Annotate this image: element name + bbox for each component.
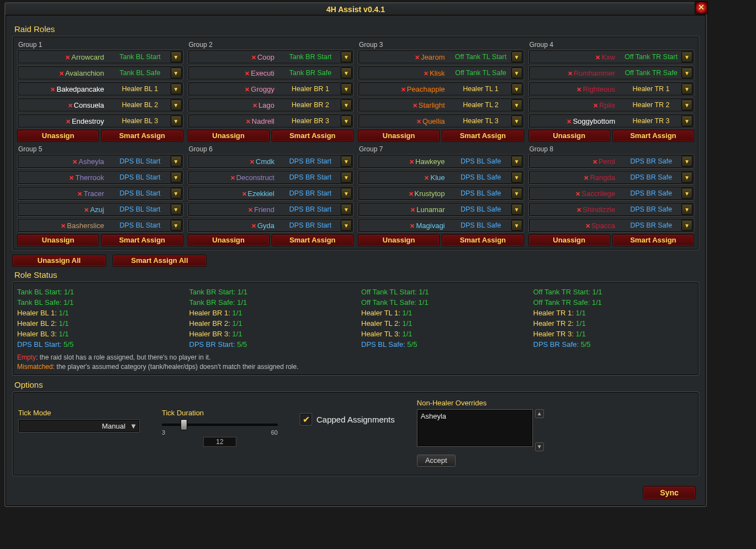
remove-icon[interactable]: ✕ (251, 54, 256, 61)
role-dropdown[interactable]: ▼ (681, 115, 692, 126)
smart-assign-button[interactable]: Smart Assign (272, 130, 353, 142)
remove-icon[interactable]: ✕ (575, 191, 580, 197)
remove-icon[interactable]: ✕ (577, 86, 581, 93)
remove-icon[interactable]: ✕ (577, 207, 581, 213)
remove-icon[interactable]: ✕ (410, 207, 415, 213)
remove-icon[interactable]: ✕ (246, 118, 251, 125)
unassign-button[interactable]: Unassign (358, 130, 440, 142)
smart-assign-button[interactable]: Smart Assign (442, 130, 524, 142)
role-dropdown[interactable]: ▼ (681, 156, 692, 167)
role-dropdown[interactable]: ▼ (511, 172, 522, 183)
title-bar[interactable]: 4H Assist v0.4.1 ✕ (6, 3, 706, 15)
role-dropdown[interactable]: ▼ (171, 156, 182, 167)
role-dropdown[interactable]: ▼ (171, 99, 182, 110)
role-dropdown[interactable]: ▼ (511, 220, 522, 231)
remove-icon[interactable]: ✕ (424, 70, 429, 77)
scroll-down-icon[interactable]: ▼ (535, 442, 544, 451)
accept-button[interactable]: Accept (417, 455, 456, 467)
remove-icon[interactable]: ✕ (416, 118, 421, 125)
remove-icon[interactable]: ✕ (415, 54, 420, 61)
role-dropdown[interactable]: ▼ (341, 51, 352, 62)
unassign-all-button[interactable]: Unassign All (12, 255, 106, 267)
close-button[interactable]: ✕ (695, 1, 708, 14)
role-dropdown[interactable]: ▼ (511, 99, 522, 110)
smart-assign-all-button[interactable]: Smart Assign All (113, 255, 207, 267)
smart-assign-button[interactable]: Smart Assign (272, 234, 353, 246)
remove-icon[interactable]: ✕ (59, 70, 64, 77)
role-dropdown[interactable]: ▼ (341, 220, 352, 231)
role-dropdown[interactable]: ▼ (171, 204, 182, 215)
remove-icon[interactable]: ✕ (567, 118, 572, 125)
remove-icon[interactable]: ✕ (413, 102, 417, 109)
unassign-button[interactable]: Unassign (17, 130, 99, 142)
unassign-button[interactable]: Unassign (17, 234, 99, 246)
role-dropdown[interactable]: ▼ (681, 51, 692, 62)
chevron-down-icon[interactable]: ▼ (130, 422, 137, 430)
role-dropdown[interactable]: ▼ (511, 67, 522, 78)
remove-icon[interactable]: ✕ (242, 191, 247, 197)
remove-icon[interactable]: ✕ (410, 223, 415, 229)
sync-button[interactable]: Sync (643, 486, 696, 499)
smart-assign-button[interactable]: Smart Assign (612, 234, 694, 246)
remove-icon[interactable]: ✕ (66, 118, 71, 125)
remove-icon[interactable]: ✕ (250, 159, 255, 165)
role-dropdown[interactable]: ▼ (341, 156, 352, 167)
remove-icon[interactable]: ✕ (584, 175, 589, 181)
unassign-button[interactable]: Unassign (528, 234, 610, 246)
remove-icon[interactable]: ✕ (424, 175, 429, 181)
role-dropdown[interactable]: ▼ (511, 83, 522, 94)
role-dropdown[interactable]: ▼ (171, 83, 182, 94)
role-dropdown[interactable]: ▼ (171, 51, 182, 62)
role-dropdown[interactable]: ▼ (341, 83, 352, 94)
role-dropdown[interactable]: ▼ (341, 115, 352, 126)
smart-assign-button[interactable]: Smart Assign (101, 130, 183, 142)
role-dropdown[interactable]: ▼ (171, 67, 182, 78)
remove-icon[interactable]: ✕ (68, 102, 73, 109)
tick-mode-dropdown[interactable]: Manual ▼ (18, 419, 140, 432)
role-dropdown[interactable]: ▼ (511, 115, 522, 126)
remove-icon[interactable]: ✕ (69, 175, 74, 181)
smart-assign-button[interactable]: Smart Assign (101, 234, 183, 246)
role-dropdown[interactable]: ▼ (511, 188, 522, 199)
role-dropdown[interactable]: ▼ (171, 220, 182, 231)
remove-icon[interactable]: ✕ (61, 223, 66, 229)
role-dropdown[interactable]: ▼ (341, 67, 352, 78)
unassign-button[interactable]: Unassign (188, 234, 269, 246)
remove-icon[interactable]: ✕ (401, 86, 406, 93)
remove-icon[interactable]: ✕ (248, 207, 253, 213)
smart-assign-button[interactable]: Smart Assign (612, 130, 694, 142)
remove-icon[interactable]: ✕ (568, 70, 573, 77)
unassign-button[interactable]: Unassign (358, 234, 440, 246)
role-dropdown[interactable]: ▼ (681, 172, 692, 183)
role-dropdown[interactable]: ▼ (171, 188, 182, 199)
remove-icon[interactable]: ✕ (65, 54, 70, 61)
role-dropdown[interactable]: ▼ (511, 51, 522, 62)
remove-icon[interactable]: ✕ (593, 159, 598, 165)
remove-icon[interactable]: ✕ (245, 70, 250, 77)
remove-icon[interactable]: ✕ (245, 86, 250, 93)
remove-icon[interactable]: ✕ (409, 159, 414, 165)
role-dropdown[interactable]: ▼ (341, 99, 352, 110)
scroll-up-icon[interactable]: ▲ (535, 409, 544, 418)
role-dropdown[interactable]: ▼ (681, 67, 692, 78)
remove-icon[interactable]: ✕ (230, 175, 235, 181)
remove-icon[interactable]: ✕ (72, 159, 77, 165)
role-dropdown[interactable]: ▼ (681, 83, 692, 94)
capped-checkbox[interactable]: ✔ (300, 413, 312, 425)
role-dropdown[interactable]: ▼ (681, 220, 692, 231)
remove-icon[interactable]: ✕ (251, 223, 256, 229)
smart-assign-button[interactable]: Smart Assign (442, 234, 524, 246)
remove-icon[interactable]: ✕ (50, 86, 55, 93)
remove-icon[interactable]: ✕ (409, 191, 414, 197)
remove-icon[interactable]: ✕ (77, 191, 82, 197)
role-dropdown[interactable]: ▼ (341, 172, 352, 183)
remove-icon[interactable]: ✕ (252, 102, 257, 109)
role-dropdown[interactable]: ▼ (681, 99, 692, 110)
role-dropdown[interactable]: ▼ (511, 156, 522, 167)
role-dropdown[interactable]: ▼ (681, 204, 692, 215)
remove-icon[interactable]: ✕ (593, 102, 598, 109)
remove-icon[interactable]: ✕ (84, 207, 89, 213)
role-dropdown[interactable]: ▼ (681, 188, 692, 199)
remove-icon[interactable]: ✕ (595, 54, 600, 61)
role-dropdown[interactable]: ▼ (341, 188, 352, 199)
